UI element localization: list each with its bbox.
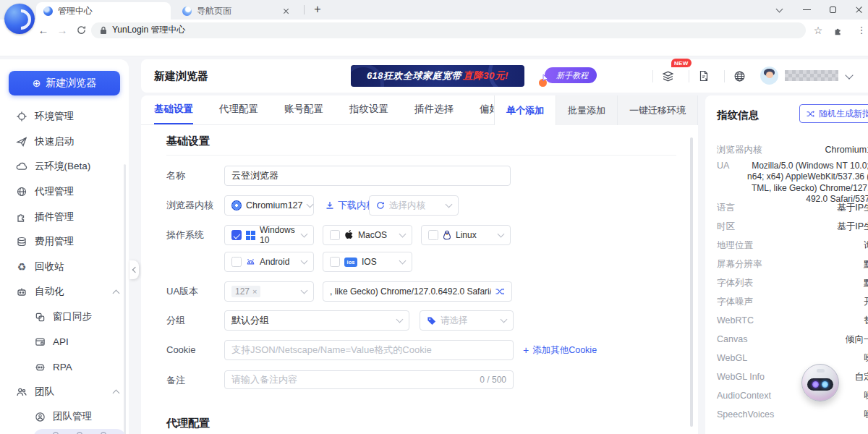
- ios-icon: ios: [344, 258, 357, 267]
- fp-value: 基于IP生成: [837, 202, 868, 214]
- regenerate-fingerprint-button[interactable]: 随机生成新指纹: [799, 104, 868, 123]
- sidebar-item-label: 快速启动: [35, 135, 74, 148]
- sidebar-item-cloud-env[interactable]: 云环境(Beta): [0, 154, 129, 179]
- cookie-input[interactable]: 支持JSON/Netscape/Name=Value格式的Cookie: [224, 340, 514, 360]
- bookmark-star-icon[interactable]: ☆: [809, 20, 827, 41]
- sidebar-item-plugins[interactable]: 插件管理: [0, 204, 129, 229]
- sidebar-item-billing[interactable]: 费用管理: [0, 229, 129, 255]
- os-windows-select[interactable]: Windows 10: [224, 225, 314, 245]
- group-tag-select[interactable]: 请选择: [420, 310, 514, 331]
- sidebar-item-proxy[interactable]: 代理管理: [0, 179, 129, 205]
- tab-close-icon[interactable]: [283, 8, 289, 14]
- fp-value: 噪声: [864, 390, 868, 402]
- ua-version-tag[interactable]: 127 ×: [231, 286, 260, 297]
- assistant-robot-widget[interactable]: [801, 364, 839, 401]
- remark-input[interactable]: 请输入备注内容 0 / 500: [224, 370, 514, 389]
- browser-menu-icon[interactable]: ⋮: [852, 20, 868, 41]
- minimize-button[interactable]: [794, 0, 819, 20]
- extensions-icon[interactable]: [829, 20, 848, 41]
- batch-add-button[interactable]: 批量添加: [556, 95, 618, 125]
- kernel-select[interactable]: Chromium127: [224, 195, 314, 216]
- tag-remove-icon[interactable]: ×: [252, 287, 257, 296]
- ios-checkbox[interactable]: [330, 257, 340, 267]
- os-android-select[interactable]: Android: [224, 252, 314, 272]
- user-menu-chevron-icon[interactable]: [845, 71, 853, 79]
- sidebar-item-quick-launch[interactable]: 快速启动: [0, 129, 129, 155]
- form-scrollbar[interactable]: [690, 137, 693, 427]
- forward-icon[interactable]: →: [54, 20, 71, 41]
- browser-tab-nav[interactable]: 导航页面: [175, 2, 297, 20]
- browser-tab-admin[interactable]: 管理中心: [36, 2, 171, 20]
- add-mode-buttons: 单个添加 批量添加 一键迁移环境: [494, 95, 698, 125]
- os-ios-label: IOS: [362, 257, 377, 267]
- sidebar-item-environment[interactable]: 环境管理: [0, 104, 129, 129]
- sidebar-item-api[interactable]: API: [0, 329, 129, 354]
- sidebar-item-team-manage[interactable]: 团队管理: [0, 404, 129, 430]
- linux-checkbox[interactable]: [428, 230, 438, 240]
- maximize-button[interactable]: [820, 0, 845, 20]
- sidebar-scrollbar[interactable]: [124, 164, 126, 434]
- sidebar-item-label: 代理管理: [35, 185, 74, 198]
- transfer-doc-icon[interactable]: [695, 67, 712, 85]
- form-tabs: 基础设置 代理配置 账号配置 指纹设置 插件选择 偏好设置 单个添加 批量添加 …: [141, 95, 698, 125]
- reload-icon[interactable]: [72, 20, 90, 41]
- tab-favicon: [43, 7, 53, 16]
- os-ios-select[interactable]: ios IOS: [323, 252, 412, 272]
- promo-banner[interactable]: 618狂欢全球家庭宽带 直降30元!: [351, 65, 524, 87]
- tab-fingerprint-settings[interactable]: 指纹设置: [349, 95, 388, 124]
- select-kernel-select[interactable]: 选择内核: [369, 195, 459, 216]
- android-checkbox[interactable]: [231, 257, 242, 267]
- language-globe-icon[interactable]: [731, 67, 748, 85]
- sidebar-item-label: RPA: [53, 362, 72, 373]
- os-macos-select[interactable]: MacOS: [323, 225, 412, 245]
- sidebar-group-label: 团队: [35, 386, 54, 399]
- page-top-band: [0, 41, 868, 56]
- fp-row-font-noise: 字体噪声 开启: [717, 292, 868, 311]
- tutorial-badge[interactable]: 新手教程: [545, 67, 597, 83]
- sidebar-item-rpa[interactable]: RPA: [0, 354, 129, 380]
- fp-value: 噪声: [864, 409, 868, 421]
- group-value: 默认分组: [231, 314, 269, 327]
- sidebar-group-team[interactable]: 团队: [0, 380, 129, 405]
- plus-circle-icon: ⊕: [33, 77, 41, 89]
- migrate-env-button[interactable]: 一键迁移环境: [618, 95, 698, 125]
- tab-plugin-select[interactable]: 插件选择: [414, 95, 454, 124]
- chromium-icon: [231, 200, 242, 210]
- windows-checkbox[interactable]: [231, 230, 242, 240]
- shuffle-icon[interactable]: [495, 287, 505, 296]
- download-kernel-link[interactable]: 下载内核: [326, 195, 375, 216]
- fp-row-webrtc: WebRTC 替换: [717, 311, 868, 330]
- add-cookie-link[interactable]: + 添加其他Cookie: [523, 340, 597, 360]
- divider: [689, 70, 689, 82]
- group-select[interactable]: 默认分组: [224, 310, 409, 331]
- new-tab-button[interactable]: +: [310, 1, 326, 17]
- close-button[interactable]: [846, 0, 868, 20]
- back-icon[interactable]: ←: [35, 20, 52, 41]
- robot-eye: [822, 381, 828, 388]
- os-linux-select[interactable]: Linux: [421, 225, 511, 245]
- tab-proxy-config[interactable]: 代理配置: [219, 95, 258, 124]
- sidebar-group-automation[interactable]: 自动化: [0, 279, 129, 305]
- ua-version-select[interactable]: 127 ×: [224, 281, 314, 302]
- team-icon: [16, 386, 27, 398]
- sidebar-bottom-dock[interactable]: [33, 429, 126, 434]
- user-avatar[interactable]: [760, 67, 778, 85]
- ua-string-input[interactable]: , like Gecko) Chrome/127.0.6492.0 Safari…: [323, 281, 512, 302]
- fp-row-resolution: 屏幕分辨率 默认: [717, 255, 868, 273]
- address-bar[interactable]: YunLogin 管理中心: [91, 22, 806, 38]
- divider: [724, 70, 725, 82]
- cookie-placeholder: 支持JSON/Netscape/Name=Value格式的Cookie: [231, 344, 432, 357]
- tab-account-config[interactable]: 账号配置: [284, 95, 323, 124]
- macos-checkbox[interactable]: [330, 230, 340, 240]
- tab-search-button[interactable]: [767, 0, 791, 20]
- sidebar-item-recycle-bin[interactable]: ♻ 回收站: [0, 255, 129, 280]
- packages-icon[interactable]: [659, 67, 676, 85]
- tab-basic-settings[interactable]: 基础设置: [154, 95, 193, 124]
- coins-icon: [16, 236, 27, 247]
- name-input[interactable]: 云登浏览器: [224, 166, 511, 186]
- sidebar-collapse-handle[interactable]: [129, 260, 139, 279]
- sidebar-item-window-sync[interactable]: 窗口同步: [0, 305, 129, 330]
- page-header: 新建浏览器 618狂欢全球家庭宽带 直降30元! 新手教程 NEW: [141, 59, 868, 93]
- new-browser-button[interactable]: ⊕ 新建浏览器: [9, 71, 120, 95]
- single-add-button[interactable]: 单个添加: [495, 95, 556, 125]
